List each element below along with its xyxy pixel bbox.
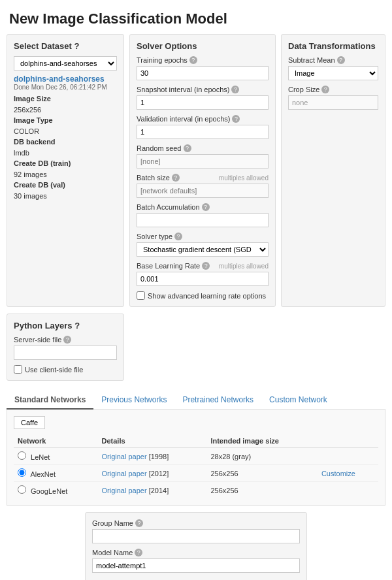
- batch-accumulation-help-icon[interactable]: ?: [202, 203, 210, 211]
- group-name-group: Group Name ?: [92, 519, 300, 543]
- python-layers-panel: Python Layers ? Server-side file ? Use c…: [7, 314, 124, 381]
- googlenet-radio[interactable]: [18, 485, 26, 494]
- subtract-mean-group: Subtract Mean ? Image: [288, 56, 378, 80]
- googlenet-paper-link[interactable]: Original paper: [101, 487, 146, 494]
- alexnet-image-size-cell: 256x256: [206, 465, 318, 482]
- snapshot-interval-help-icon[interactable]: ?: [231, 86, 239, 93]
- network-col-header: Network: [14, 434, 97, 448]
- dataset-select[interactable]: dolphins-and-seahorses: [14, 56, 117, 71]
- lenet-paper-link[interactable]: Original paper: [101, 453, 146, 460]
- batch-size-help-icon[interactable]: ?: [172, 174, 180, 182]
- random-seed-group: Random seed ?: [137, 144, 269, 169]
- validation-interval-help-icon[interactable]: ?: [232, 115, 240, 123]
- googlenet-image-size-cell: 256x256: [206, 482, 318, 499]
- snapshot-interval-group: Snapshot interval (in epochs) ?: [137, 86, 269, 110]
- subtract-mean-select[interactable]: Image: [288, 66, 378, 80]
- base-lr-input[interactable]: [137, 272, 269, 286]
- base-lr-multiples: multiples allowed: [219, 263, 269, 270]
- group-model-panel: Group Name ? Model Name ? Create: [85, 512, 307, 580]
- solver-options-panel: Solver Options Training epochs ? Snapsho…: [129, 34, 276, 307]
- googlenet-name-cell: GoogLeNet: [14, 482, 97, 499]
- client-side-file-checkbox[interactable]: [14, 365, 22, 374]
- model-name-help-icon[interactable]: ?: [135, 549, 142, 556]
- crop-size-group: Crop Size ?: [288, 86, 378, 110]
- data-transformations-panel: Data Transformations Subtract Mean ? Ima…: [281, 34, 385, 307]
- snapshot-interval-input[interactable]: [137, 95, 269, 110]
- tab-custom-network[interactable]: Custom Network: [261, 391, 335, 409]
- data-transformations-title: Data Transformations: [288, 41, 378, 51]
- alexnet-radio[interactable]: [18, 468, 26, 477]
- training-epochs-group: Training epochs ?: [137, 56, 269, 80]
- table-row: AlexNet Original paper [2012] 256x256 Cu…: [14, 465, 378, 482]
- client-side-file-label: Use client-side file: [25, 366, 83, 374]
- model-name-group: Model Name ?: [92, 549, 300, 573]
- training-epochs-help-icon[interactable]: ?: [189, 56, 197, 64]
- base-lr-help-icon[interactable]: ?: [202, 262, 210, 270]
- batch-size-input[interactable]: [137, 184, 269, 198]
- crop-size-input[interactable]: [288, 95, 378, 110]
- alexnet-details-cell: Original paper [2012]: [97, 465, 206, 482]
- base-lr-group: Base Learning Rate ? multiples allowed: [137, 262, 269, 286]
- lenet-details-cell: Original paper [1998]: [97, 448, 206, 465]
- server-file-help-icon[interactable]: ?: [63, 336, 71, 344]
- solver-type-select[interactable]: Stochastic gradient descent (SGD: [137, 242, 269, 257]
- alexnet-paper-link[interactable]: Original paper: [101, 470, 146, 477]
- image-size-col-header: Intended image size: [206, 434, 318, 448]
- python-layers-title: Python Layers ?: [14, 321, 117, 330]
- crop-size-help-icon[interactable]: ?: [321, 86, 329, 93]
- dataset-link[interactable]: dolphins-and-seahorses: [14, 74, 105, 84]
- network-table: Network Details Intended image size LeNe…: [14, 434, 378, 498]
- dataset-info: Image Size 256x256 Image Type COLOR DB b…: [14, 93, 117, 201]
- caffe-button[interactable]: Caffe: [14, 416, 45, 429]
- alexnet-customize-cell: Customize: [318, 465, 378, 482]
- network-section: Caffe Network Details Intended image siz…: [7, 410, 385, 506]
- client-side-file-row: Use client-side file: [14, 365, 117, 374]
- advanced-lr-label: Show advanced learning rate options: [148, 292, 266, 300]
- lenet-image-size-cell: 28x28 (gray): [206, 448, 318, 465]
- solver-type-group: Solver type ? Stochastic gradient descen…: [137, 233, 269, 257]
- advanced-lr-checkbox[interactable]: [137, 291, 145, 300]
- batch-accumulation-group: Batch Accumulation ?: [137, 203, 269, 227]
- lenet-name-cell: LeNet: [14, 448, 97, 465]
- validation-interval-group: Validation interval (in epochs) ?: [137, 115, 269, 139]
- table-row: GoogLeNet Original paper [2014] 256x256: [14, 482, 378, 499]
- details-col-header: Details: [97, 434, 206, 448]
- dataset-status: Done Mon Dec 26, 06:21:42 PM: [14, 84, 117, 91]
- select-dataset-label: Select Dataset ?: [14, 41, 117, 51]
- group-name-input[interactable]: [92, 529, 300, 543]
- alexnet-customize-link[interactable]: Customize: [321, 470, 355, 477]
- lenet-radio[interactable]: [18, 451, 26, 460]
- table-row: LeNet Original paper [1998] 28x28 (gray): [14, 448, 378, 465]
- googlenet-details-cell: Original paper [2014]: [97, 482, 206, 499]
- tab-previous-networks[interactable]: Previous Networks: [93, 391, 174, 409]
- select-dataset-help-icon[interactable]: ?: [74, 41, 80, 51]
- random-seed-help-icon[interactable]: ?: [184, 144, 191, 152]
- subtract-mean-help-icon[interactable]: ?: [337, 56, 345, 64]
- batch-accumulation-input[interactable]: [137, 213, 269, 227]
- batch-size-group: Batch size ? multiples allowed: [137, 174, 269, 198]
- network-tabs: Standard Networks Previous Networks Pret…: [7, 391, 385, 410]
- random-seed-input[interactable]: [137, 154, 269, 169]
- alexnet-name-cell: AlexNet: [14, 465, 97, 482]
- server-side-file-group: Server-side file ?: [14, 336, 117, 360]
- python-layers-help-icon[interactable]: ?: [74, 321, 80, 330]
- training-epochs-input[interactable]: [137, 66, 269, 80]
- tab-standard-networks[interactable]: Standard Networks: [7, 391, 93, 410]
- validation-interval-input[interactable]: [137, 125, 269, 139]
- tab-pretrained-networks[interactable]: Pretrained Networks: [174, 391, 261, 409]
- solver-options-title: Solver Options: [137, 41, 269, 51]
- model-name-input[interactable]: [92, 558, 300, 573]
- select-dataset-panel: Select Dataset ? dolphins-and-seahorses …: [7, 34, 124, 307]
- batch-size-multiples: multiples allowed: [219, 174, 269, 182]
- server-side-file-input[interactable]: [14, 346, 117, 360]
- group-name-help-icon[interactable]: ?: [135, 519, 143, 527]
- advanced-lr-row: Show advanced learning rate options: [137, 291, 269, 300]
- page-title: New Image Classification Model: [0, 0, 392, 34]
- solver-type-help-icon[interactable]: ?: [174, 233, 182, 240]
